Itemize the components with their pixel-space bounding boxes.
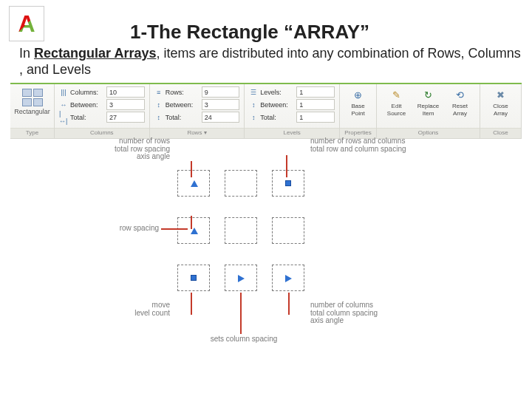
columns-count-row: |||Columns:10	[59, 86, 145, 98]
panel-label-close: Close	[480, 128, 521, 138]
lead-line	[161, 228, 188, 230]
array-cell	[272, 217, 304, 244]
replace-l1: Replace	[417, 103, 439, 109]
annot-mid-left: row spacing	[89, 225, 159, 233]
row-total-icon: ↕	[154, 113, 163, 122]
col-total-input[interactable]: 27	[106, 112, 145, 123]
levels-count-row: ☰Levels:1	[249, 86, 335, 98]
col-between-icon: ↔	[59, 100, 68, 109]
annot-bot-mid: sets column spacing	[200, 335, 288, 344]
array-cell	[225, 170, 257, 197]
columns-between-row: ↔Between:3	[59, 99, 145, 110]
row-between-input[interactable]: 3	[202, 99, 240, 110]
lead-line	[288, 293, 290, 315]
levels-input[interactable]: 1	[296, 86, 335, 98]
array-diagram: number of rowstotal row spacingaxis angl…	[111, 155, 421, 369]
base-point-l1: Base	[351, 103, 364, 109]
lvl-between-label: Between:	[260, 101, 294, 109]
row-between-icon: ↕	[154, 100, 163, 109]
levels-between-row: ↕Between:1	[249, 99, 335, 110]
grip-col-spacing[interactable]	[238, 275, 245, 282]
lead-line	[191, 216, 192, 229]
replace-icon: ↻	[421, 87, 436, 102]
array-cell	[225, 217, 257, 244]
panel-rows: ≡Rows:9 ↕Between:3 ↕Total:24 Rows ▾	[150, 84, 245, 138]
array-cell	[177, 170, 210, 197]
array-cell	[225, 265, 257, 291]
close-l2: Array	[494, 111, 508, 117]
annot-bot-left: movelevel count	[96, 301, 170, 317]
close-icon: ✖	[494, 87, 508, 102]
close-l1: Close	[493, 103, 508, 109]
rows-count-row: ≡Rows:9	[154, 86, 240, 98]
levels-icon: ☰	[249, 88, 258, 97]
rows-between-row: ↕Between:3	[154, 99, 240, 110]
grip-row-axis[interactable]	[191, 180, 198, 187]
reset-l2: Array	[453, 111, 467, 117]
lead-line	[191, 293, 192, 315]
base-point-l2: Point	[351, 111, 364, 117]
desc-prefix: In	[19, 46, 34, 61]
panel-options: ✎EditSource ↻ReplaceItem ⟲ResetArray Opt…	[377, 84, 480, 138]
reset-l1: Reset	[452, 103, 468, 109]
grip-base[interactable]	[191, 275, 197, 281]
replace-l2: Item	[423, 111, 434, 117]
columns-label: Columns:	[70, 89, 104, 96]
desc-bold: Rectangular Arrays	[34, 46, 156, 61]
logo-letter: A	[18, 10, 35, 38]
columns-input[interactable]: 10	[106, 86, 145, 98]
lead-line	[240, 293, 242, 334]
annot-top-right: number of rows and columnstotal row and …	[310, 137, 436, 153]
col-total-label: Total:	[70, 114, 104, 121]
edit-l1: Edit	[392, 103, 402, 109]
col-between-input[interactable]: 3	[106, 99, 145, 110]
base-point-icon: ⊕	[351, 87, 366, 102]
columns-icon: |||	[59, 88, 68, 97]
col-total-icon: |↔|	[59, 113, 68, 122]
edit-l2: Source	[387, 111, 406, 117]
panel-type: Rectangular Type	[10, 84, 55, 138]
panel-levels: ☰Levels:1 ↕Between:1 ↕Total:1 Levels	[245, 84, 340, 138]
rows-icon: ≡	[154, 88, 163, 97]
row-between-label: Between:	[166, 101, 200, 109]
base-point-button[interactable]: ⊕ Base Point	[344, 87, 372, 117]
panel-properties: ⊕ Base Point Properties	[340, 84, 377, 138]
lvl-total-icon: ↕	[249, 113, 258, 122]
rectangular-array-button[interactable]: Rectangular	[15, 87, 50, 115]
page-title: 1-The Rectangle “ARRAY”	[130, 21, 369, 44]
reset-icon: ⟲	[453, 87, 468, 102]
edit-source-button[interactable]: ✎EditSource	[381, 87, 412, 117]
levels-total-row: ↕Total:1	[249, 112, 335, 123]
panel-label-type: Type	[10, 128, 54, 138]
array-ribbon: Rectangular Type |||Columns:10 ↔Between:…	[10, 83, 522, 139]
reset-array-button[interactable]: ⟲ResetArray	[445, 87, 475, 117]
grip-total[interactable]	[285, 180, 291, 186]
grip-col-axis[interactable]	[285, 275, 292, 282]
lead-line	[191, 161, 192, 177]
rectangular-icon	[22, 89, 43, 106]
array-cell	[177, 265, 210, 291]
panel-close: ✖CloseArray Close	[480, 84, 522, 138]
annot-bot-right: number of columnstotal column spacingaxi…	[310, 301, 421, 325]
annot-top-left: number of rowstotal row spacingaxis angl…	[74, 137, 170, 161]
lvl-between-icon: ↕	[249, 100, 258, 109]
lead-line	[286, 155, 287, 177]
page-description: In Rectangular Arrays, items are distrib…	[19, 46, 522, 78]
levels-label: Levels:	[260, 89, 294, 96]
columns-total-row: |↔|Total:27	[59, 112, 145, 123]
row-total-input[interactable]: 24	[202, 112, 240, 123]
rows-label: Rows:	[166, 89, 200, 96]
lvl-total-input[interactable]: 1	[296, 112, 335, 123]
replace-item-button[interactable]: ↻ReplaceItem	[413, 87, 443, 117]
close-array-button[interactable]: ✖CloseArray	[485, 87, 516, 117]
row-total-label: Total:	[166, 114, 200, 121]
lvl-total-label: Total:	[260, 114, 294, 121]
type-label: Rectangular	[14, 108, 50, 115]
array-cell	[177, 217, 210, 244]
edit-icon: ✎	[389, 87, 404, 102]
array-cell	[272, 170, 304, 197]
col-between-label: Between:	[70, 101, 104, 109]
lvl-between-input[interactable]: 1	[296, 99, 335, 110]
array-cell	[272, 265, 304, 291]
rows-input[interactable]: 9	[202, 86, 240, 98]
